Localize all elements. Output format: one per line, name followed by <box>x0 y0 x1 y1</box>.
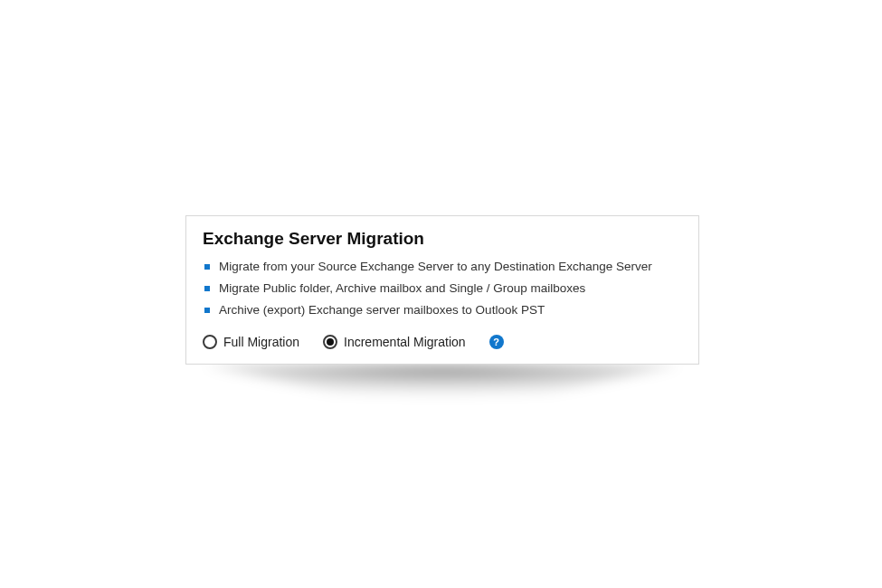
help-icon[interactable]: ? <box>489 335 504 349</box>
incremental-migration-radio[interactable]: Incremental Migration <box>323 335 466 349</box>
incremental-migration-label: Incremental Migration <box>344 335 466 349</box>
feature-list: Migrate from your Source Exchange Server… <box>203 258 682 320</box>
feature-item: Archive (export) Exchange server mailbox… <box>203 301 682 320</box>
full-migration-radio[interactable]: Full Migration <box>203 335 299 349</box>
radio-icon <box>203 335 217 349</box>
feature-item: Migrate from your Source Exchange Server… <box>203 258 682 277</box>
migration-type-options: Full Migration Incremental Migration ? <box>203 333 682 349</box>
panel-title: Exchange Server Migration <box>203 229 682 249</box>
migration-panel-wrap: Exchange Server Migration Migrate from y… <box>185 215 699 421</box>
migration-panel: Exchange Server Migration Migrate from y… <box>185 215 699 365</box>
radio-icon <box>323 335 337 349</box>
panel-shadow-tail <box>185 363 699 421</box>
full-migration-label: Full Migration <box>223 335 299 349</box>
feature-item: Migrate Public folder, Archive mailbox a… <box>203 280 682 299</box>
